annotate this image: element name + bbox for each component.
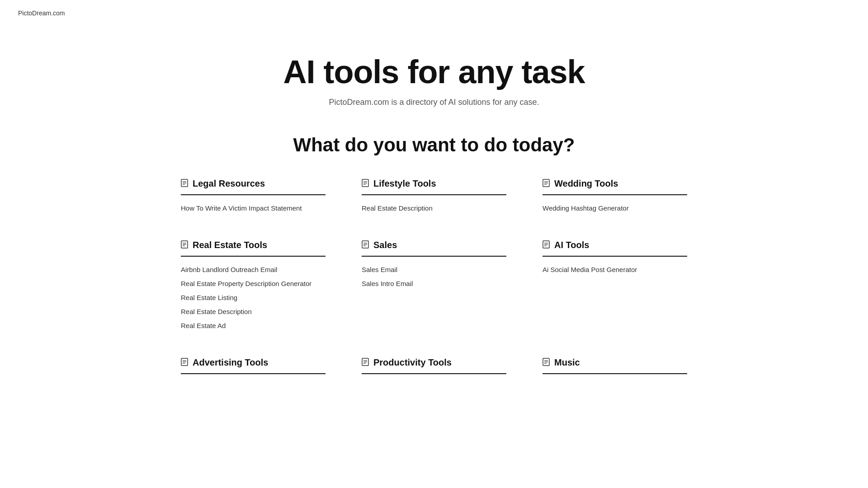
- category-header-ai-tools: AI Tools: [542, 240, 687, 250]
- category-link[interactable]: Wedding Hashtag Generator: [542, 203, 687, 213]
- category-link[interactable]: Sales Email: [362, 265, 506, 274]
- category-block-lifestyle-tools: Lifestyle ToolsReal Estate Description: [362, 178, 506, 213]
- category-name-advertising-tools: Advertising Tools: [193, 357, 268, 368]
- category-header-advertising-tools: Advertising Tools: [181, 357, 326, 368]
- category-divider-sales: [362, 256, 506, 257]
- category-icon-lifestyle-tools: [362, 179, 369, 189]
- category-name-legal-resources: Legal Resources: [193, 178, 265, 189]
- category-link[interactable]: Real Estate Listing: [181, 293, 326, 302]
- main-content: What do you want to do today? Legal Reso…: [163, 125, 705, 409]
- category-block-wedding-tools: Wedding ToolsWedding Hashtag Generator: [542, 178, 687, 213]
- category-divider-wedding-tools: [542, 194, 687, 195]
- category-icon-music: [542, 358, 550, 368]
- category-link[interactable]: Real Estate Description: [181, 307, 326, 316]
- category-link[interactable]: Airbnb Landlord Outreach Email: [181, 265, 326, 274]
- category-icon-advertising-tools: [181, 358, 188, 368]
- category-header-music: Music: [542, 357, 687, 368]
- category-header-wedding-tools: Wedding Tools: [542, 178, 687, 189]
- category-divider-music: [542, 373, 687, 374]
- category-links-ai-tools: Ai Social Media Post Generator: [542, 265, 687, 274]
- category-block-music: Music: [542, 357, 687, 382]
- category-link[interactable]: Real Estate Description: [362, 203, 506, 213]
- category-link[interactable]: Real Estate Ad: [181, 321, 326, 330]
- site-logo[interactable]: PictoDream.com: [18, 9, 65, 17]
- category-links-wedding-tools: Wedding Hashtag Generator: [542, 203, 687, 213]
- category-block-productivity-tools: Productivity Tools: [362, 357, 506, 382]
- category-icon-legal-resources: [181, 179, 188, 189]
- category-icon-sales: [362, 240, 369, 250]
- category-block-legal-resources: Legal ResourcesHow To Write A Victim Imp…: [181, 178, 326, 213]
- category-block-real-estate-tools: Real Estate ToolsAirbnb Landlord Outreac…: [181, 240, 326, 330]
- category-icon-real-estate-tools: [181, 240, 188, 250]
- category-header-sales: Sales: [362, 240, 506, 250]
- category-divider-productivity-tools: [362, 373, 506, 374]
- categories-grid: Legal ResourcesHow To Write A Victim Imp…: [181, 178, 687, 382]
- category-header-legal-resources: Legal Resources: [181, 178, 326, 189]
- category-name-real-estate-tools: Real Estate Tools: [193, 240, 267, 250]
- category-links-sales: Sales EmailSales Intro Email: [362, 265, 506, 288]
- category-block-advertising-tools: Advertising Tools: [181, 357, 326, 382]
- category-icon-wedding-tools: [542, 179, 550, 189]
- hero-section: AI tools for any task PictoDream.com is …: [0, 26, 868, 125]
- category-divider-legal-resources: [181, 194, 326, 195]
- category-divider-ai-tools: [542, 256, 687, 257]
- category-link[interactable]: Real Estate Property Description Generat…: [181, 279, 326, 288]
- hero-title: AI tools for any task: [9, 53, 859, 90]
- hero-subtitle: PictoDream.com is a directory of AI solu…: [9, 98, 859, 107]
- category-link[interactable]: Ai Social Media Post Generator: [542, 265, 687, 274]
- category-links-lifestyle-tools: Real Estate Description: [362, 203, 506, 213]
- section-heading: What do you want to do today?: [181, 134, 687, 156]
- site-header: PictoDream.com: [0, 0, 868, 26]
- category-name-lifestyle-tools: Lifestyle Tools: [373, 178, 436, 189]
- category-links-real-estate-tools: Airbnb Landlord Outreach EmailReal Estat…: [181, 265, 326, 330]
- category-divider-lifestyle-tools: [362, 194, 506, 195]
- category-name-wedding-tools: Wedding Tools: [554, 178, 618, 189]
- category-name-music: Music: [554, 357, 580, 368]
- category-header-lifestyle-tools: Lifestyle Tools: [362, 178, 506, 189]
- category-name-ai-tools: AI Tools: [554, 240, 589, 250]
- category-divider-real-estate-tools: [181, 256, 326, 257]
- category-block-sales: SalesSales EmailSales Intro Email: [362, 240, 506, 330]
- category-links-legal-resources: How To Write A Victim Impact Statement: [181, 203, 326, 213]
- category-header-productivity-tools: Productivity Tools: [362, 357, 506, 368]
- category-icon-productivity-tools: [362, 358, 369, 368]
- category-divider-advertising-tools: [181, 373, 326, 374]
- category-link[interactable]: Sales Intro Email: [362, 279, 506, 288]
- category-name-productivity-tools: Productivity Tools: [373, 357, 452, 368]
- category-name-sales: Sales: [373, 240, 397, 250]
- category-icon-ai-tools: [542, 240, 550, 250]
- category-header-real-estate-tools: Real Estate Tools: [181, 240, 326, 250]
- category-link[interactable]: How To Write A Victim Impact Statement: [181, 203, 326, 213]
- category-block-ai-tools: AI ToolsAi Social Media Post Generator: [542, 240, 687, 330]
